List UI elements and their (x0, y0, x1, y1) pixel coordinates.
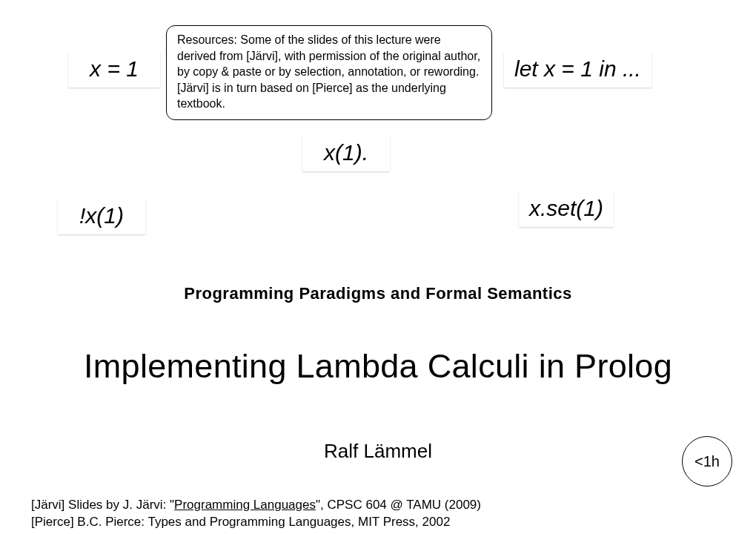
course-subtitle: Programming Paradigms and Formal Semanti… (0, 284, 756, 303)
note-bang-x: !x(1) (58, 199, 145, 234)
duration-text: <1h (694, 453, 720, 470)
resources-box: Resources: Some of the slides of this le… (166, 25, 492, 120)
note-x-eq-1: x = 1 (68, 52, 160, 88)
slide-title: Implementing Lambda Calculi in Prolog (0, 347, 756, 386)
slide: x = 1 Resources: Some of the slides of t… (0, 0, 756, 534)
ref-jarvi-link: Programming Languages (174, 498, 316, 512)
note-let-x: let x = 1 in ... (504, 52, 651, 88)
note-x-call: x(1). (302, 136, 390, 171)
note-x-set: x.set(1) (519, 191, 614, 227)
duration-badge: <1h (682, 436, 732, 487)
references: [Järvi] Slides by J. Järvi: "Programming… (31, 497, 481, 531)
author-name: Ralf Lämmel (0, 440, 756, 463)
ref-pierce: [Pierce] B.C. Pierce: Types and Programm… (31, 514, 481, 531)
ref-jarvi: [Järvi] Slides by J. Järvi: "Programming… (31, 497, 481, 514)
